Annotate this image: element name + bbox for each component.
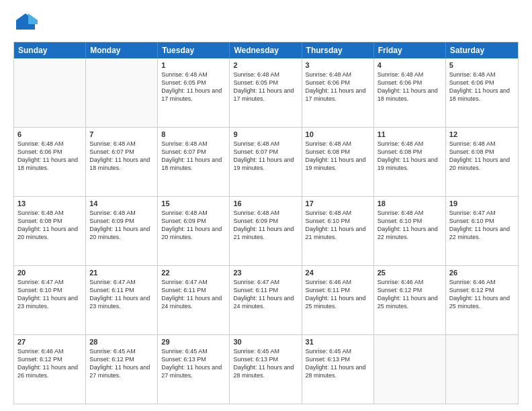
- day-number: 24: [306, 269, 370, 277]
- cell-info: Sunrise: 6:48 AMSunset: 6:09 PMDaylight:…: [89, 209, 154, 242]
- header: [13, 11, 519, 35]
- day-number: 23: [233, 269, 298, 277]
- cell-info: Sunrise: 6:45 AMSunset: 6:13 PMDaylight:…: [233, 347, 298, 380]
- day-cell-12: 12Sunrise: 6:48 AMSunset: 6:08 PMDayligh…: [446, 128, 518, 196]
- day-number: 10: [306, 130, 370, 138]
- cell-info: Sunrise: 6:48 AMSunset: 6:06 PMDaylight:…: [378, 71, 442, 103]
- day-cell-21: 21Sunrise: 6:47 AMSunset: 6:11 PMDayligh…: [86, 266, 158, 334]
- day-cell-4: 4Sunrise: 6:48 AMSunset: 6:06 PMDaylight…: [374, 58, 446, 127]
- day-cell-27: 27Sunrise: 6:46 AMSunset: 6:12 PMDayligh…: [14, 335, 86, 404]
- weekday-header-tuesday: Tuesday: [158, 42, 230, 58]
- cell-info: Sunrise: 6:48 AMSunset: 6:06 PMDaylight:…: [17, 140, 82, 173]
- cell-info: Sunrise: 6:47 AMSunset: 6:11 PMDaylight:…: [89, 278, 154, 311]
- day-number: 17: [306, 199, 370, 208]
- day-cell-13: 13Sunrise: 6:48 AMSunset: 6:08 PMDayligh…: [14, 197, 86, 265]
- day-number: 19: [449, 199, 515, 208]
- day-cell-14: 14Sunrise: 6:48 AMSunset: 6:09 PMDayligh…: [86, 197, 158, 265]
- day-cell-30: 30Sunrise: 6:45 AMSunset: 6:13 PMDayligh…: [230, 335, 302, 404]
- cell-info: Sunrise: 6:47 AMSunset: 6:10 PMDaylight:…: [449, 209, 515, 242]
- day-number: 25: [378, 269, 442, 277]
- day-number: 26: [449, 269, 515, 277]
- day-cell-19: 19Sunrise: 6:47 AMSunset: 6:10 PMDayligh…: [446, 197, 518, 265]
- day-number: 28: [89, 338, 154, 346]
- calendar-row-4: 20Sunrise: 6:47 AMSunset: 6:10 PMDayligh…: [14, 265, 518, 334]
- cell-info: Sunrise: 6:48 AMSunset: 6:10 PMDaylight:…: [378, 209, 442, 242]
- day-cell-16: 16Sunrise: 6:48 AMSunset: 6:09 PMDayligh…: [230, 197, 302, 265]
- svg-marker-1: [28, 13, 38, 24]
- day-number: 3: [306, 61, 370, 69]
- day-cell-23: 23Sunrise: 6:47 AMSunset: 6:11 PMDayligh…: [230, 266, 302, 334]
- cell-info: Sunrise: 6:48 AMSunset: 6:06 PMDaylight:…: [449, 71, 515, 103]
- day-number: 2: [233, 61, 298, 69]
- calendar-row-5: 27Sunrise: 6:46 AMSunset: 6:12 PMDayligh…: [14, 334, 518, 404]
- cell-info: Sunrise: 6:48 AMSunset: 6:07 PMDaylight:…: [161, 140, 226, 173]
- logo: [13, 11, 40, 35]
- cell-info: Sunrise: 6:48 AMSunset: 6:05 PMDaylight:…: [161, 71, 226, 103]
- day-number: 31: [306, 338, 370, 346]
- weekday-header-wednesday: Wednesday: [230, 42, 302, 58]
- cell-info: Sunrise: 6:46 AMSunset: 6:11 PMDaylight:…: [306, 278, 370, 311]
- weekday-header-saturday: Saturday: [446, 42, 518, 58]
- weekday-header-thursday: Thursday: [302, 42, 374, 58]
- day-cell-26: 26Sunrise: 6:46 AMSunset: 6:12 PMDayligh…: [446, 266, 518, 334]
- cell-info: Sunrise: 6:48 AMSunset: 6:08 PMDaylight:…: [306, 140, 370, 173]
- cell-info: Sunrise: 6:48 AMSunset: 6:09 PMDaylight:…: [161, 209, 226, 242]
- cell-info: Sunrise: 6:48 AMSunset: 6:07 PMDaylight:…: [233, 140, 298, 173]
- day-number: 15: [161, 199, 226, 208]
- day-number: 13: [17, 199, 82, 208]
- day-cell-22: 22Sunrise: 6:47 AMSunset: 6:11 PMDayligh…: [158, 266, 230, 334]
- empty-cell: [86, 58, 158, 127]
- page: SundayMondayTuesdayWednesdayThursdayFrid…: [0, 0, 532, 411]
- day-number: 14: [89, 199, 154, 208]
- day-number: 4: [378, 61, 442, 69]
- cell-info: Sunrise: 6:45 AMSunset: 6:13 PMDaylight:…: [161, 347, 226, 380]
- cell-info: Sunrise: 6:45 AMSunset: 6:12 PMDaylight:…: [89, 347, 154, 380]
- day-cell-6: 6Sunrise: 6:48 AMSunset: 6:06 PMDaylight…: [14, 128, 86, 196]
- cell-info: Sunrise: 6:48 AMSunset: 6:07 PMDaylight:…: [89, 140, 154, 173]
- calendar-row-3: 13Sunrise: 6:48 AMSunset: 6:08 PMDayligh…: [14, 196, 518, 265]
- calendar-row-2: 6Sunrise: 6:48 AMSunset: 6:06 PMDaylight…: [14, 127, 518, 196]
- day-number: 20: [17, 269, 82, 277]
- calendar: SundayMondayTuesdayWednesdayThursdayFrid…: [13, 42, 519, 404]
- day-number: 11: [378, 130, 442, 138]
- cell-info: Sunrise: 6:47 AMSunset: 6:11 PMDaylight:…: [233, 278, 298, 311]
- cell-info: Sunrise: 6:48 AMSunset: 6:08 PMDaylight:…: [378, 140, 442, 173]
- day-number: 21: [89, 269, 154, 277]
- day-cell-24: 24Sunrise: 6:46 AMSunset: 6:11 PMDayligh…: [302, 266, 374, 334]
- calendar-header: SundayMondayTuesdayWednesdayThursdayFrid…: [14, 42, 518, 58]
- weekday-header-sunday: Sunday: [14, 42, 86, 58]
- weekday-header-friday: Friday: [374, 42, 446, 58]
- day-cell-1: 1Sunrise: 6:48 AMSunset: 6:05 PMDaylight…: [158, 58, 230, 127]
- day-number: 9: [233, 130, 298, 138]
- weekday-header-monday: Monday: [86, 42, 158, 58]
- day-number: 6: [17, 130, 82, 138]
- cell-info: Sunrise: 6:48 AMSunset: 6:08 PMDaylight:…: [449, 140, 515, 173]
- day-cell-17: 17Sunrise: 6:48 AMSunset: 6:10 PMDayligh…: [302, 197, 374, 265]
- cell-info: Sunrise: 6:47 AMSunset: 6:10 PMDaylight:…: [17, 278, 82, 311]
- cell-info: Sunrise: 6:48 AMSunset: 6:09 PMDaylight:…: [233, 209, 298, 242]
- day-cell-3: 3Sunrise: 6:48 AMSunset: 6:06 PMDaylight…: [302, 58, 374, 127]
- day-cell-9: 9Sunrise: 6:48 AMSunset: 6:07 PMDaylight…: [230, 128, 302, 196]
- day-number: 27: [17, 338, 82, 346]
- day-cell-8: 8Sunrise: 6:48 AMSunset: 6:07 PMDaylight…: [158, 128, 230, 196]
- cell-info: Sunrise: 6:48 AMSunset: 6:08 PMDaylight:…: [17, 209, 82, 242]
- day-number: 7: [89, 130, 154, 138]
- cell-info: Sunrise: 6:48 AMSunset: 6:05 PMDaylight:…: [233, 71, 298, 103]
- day-cell-28: 28Sunrise: 6:45 AMSunset: 6:12 PMDayligh…: [86, 335, 158, 404]
- day-number: 8: [161, 130, 226, 138]
- cell-info: Sunrise: 6:48 AMSunset: 6:06 PMDaylight:…: [306, 71, 370, 103]
- day-number: 22: [161, 269, 226, 277]
- day-number: 29: [161, 338, 226, 346]
- cell-info: Sunrise: 6:47 AMSunset: 6:11 PMDaylight:…: [161, 278, 226, 311]
- day-cell-10: 10Sunrise: 6:48 AMSunset: 6:08 PMDayligh…: [302, 128, 374, 196]
- cell-info: Sunrise: 6:48 AMSunset: 6:10 PMDaylight:…: [306, 209, 370, 242]
- day-cell-25: 25Sunrise: 6:46 AMSunset: 6:12 PMDayligh…: [374, 266, 446, 334]
- day-number: 30: [233, 338, 298, 346]
- day-cell-31: 31Sunrise: 6:45 AMSunset: 6:13 PMDayligh…: [302, 335, 374, 404]
- day-cell-15: 15Sunrise: 6:48 AMSunset: 6:09 PMDayligh…: [158, 197, 230, 265]
- day-cell-2: 2Sunrise: 6:48 AMSunset: 6:05 PMDaylight…: [230, 58, 302, 127]
- day-number: 1: [161, 61, 226, 69]
- cell-info: Sunrise: 6:46 AMSunset: 6:12 PMDaylight:…: [17, 347, 82, 380]
- day-cell-7: 7Sunrise: 6:48 AMSunset: 6:07 PMDaylight…: [86, 128, 158, 196]
- day-cell-5: 5Sunrise: 6:48 AMSunset: 6:06 PMDaylight…: [446, 58, 518, 127]
